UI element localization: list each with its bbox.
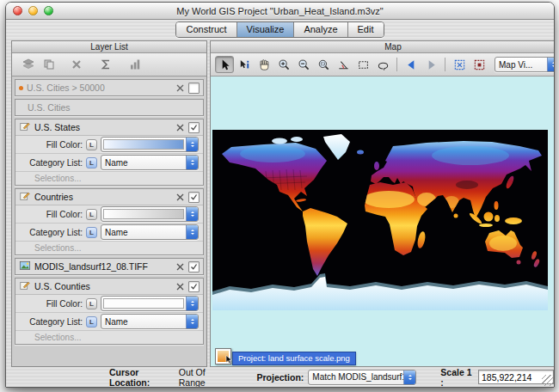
color-ramp-swatch <box>103 298 184 309</box>
back-button[interactable] <box>402 56 421 73</box>
tab-construct[interactable]: Construct <box>176 22 236 37</box>
fill-color-label: Fill Color: <box>22 140 83 150</box>
tab-edit[interactable]: Edit <box>348 22 384 37</box>
window-controls <box>13 6 53 15</box>
dropdown-stepper-icon <box>547 58 555 71</box>
drag-thumbnail[interactable] <box>215 348 231 364</box>
layer-us-cities-50000[interactable]: U.S. Cities > 50000 <box>15 79 204 96</box>
dropdown-stepper-icon <box>186 297 198 310</box>
legend-button[interactable]: L <box>86 227 97 238</box>
fill-color-label: Fill Color: <box>22 299 83 309</box>
layer-name: MODIS_landsurf12_08.TIFF <box>34 261 171 272</box>
layers-icon[interactable] <box>18 56 39 73</box>
mode-tab-bar: Construct Visualize Analyze Edit <box>6 20 554 39</box>
visibility-checkbox[interactable] <box>188 281 200 292</box>
measure-tool-icon[interactable] <box>334 56 353 73</box>
tab-analyze[interactable]: Analyze <box>294 22 347 37</box>
pan-hand-tool-icon[interactable] <box>255 56 273 73</box>
tab-visualize[interactable]: Visualize <box>237 22 295 37</box>
layer-us-states[interactable]: U.S. States Fill Color: L Category List:… <box>15 119 204 186</box>
resize-grip-icon[interactable] <box>542 375 553 386</box>
visibility-checkbox[interactable] <box>188 122 200 133</box>
layer-list-panel: Layer List U.S. Cities > 50000 <box>11 40 207 367</box>
close-layer-icon[interactable] <box>175 281 185 291</box>
polygon-edit-icon <box>19 190 31 204</box>
fill-color-label: Fill Color: <box>22 210 83 219</box>
selections-link[interactable]: Selections... <box>15 242 203 254</box>
fill-color-dropdown[interactable] <box>101 296 199 311</box>
close-layer-icon[interactable] <box>175 83 185 93</box>
zoom-window-button[interactable] <box>44 6 53 15</box>
legend-button[interactable]: L <box>86 316 97 328</box>
info-tool-icon[interactable] <box>235 56 254 73</box>
layer-name: U.S. Counties <box>34 281 171 291</box>
category-list-label: Category List: <box>22 317 83 327</box>
map-view-dropdown[interactable]: Map Vi... <box>494 57 555 72</box>
dropdown-stepper-icon <box>186 207 198 221</box>
fill-color-dropdown[interactable] <box>101 206 199 222</box>
drag-tooltip: Project: land surface scale.png <box>232 352 356 365</box>
cursor-location-label: Cursor Location: <box>109 367 175 388</box>
delete-layer-icon[interactable] <box>66 56 87 73</box>
color-ramp-swatch <box>103 139 184 150</box>
lasso-tool-icon[interactable] <box>373 56 392 73</box>
dropdown-stepper-icon <box>186 315 198 328</box>
histogram-icon[interactable] <box>125 56 145 73</box>
legend-button[interactable]: L <box>86 298 97 309</box>
layer-name: Countries <box>34 192 171 202</box>
zoom-area-tool-icon[interactable] <box>314 56 333 73</box>
color-ramp-swatch <box>103 209 184 219</box>
category-dropdown[interactable]: Name <box>101 155 199 170</box>
world-temperature-map[interactable] <box>212 130 548 310</box>
legend-button[interactable]: L <box>86 209 97 220</box>
statistics-sigma-icon[interactable] <box>95 56 116 73</box>
close-layer-icon[interactable] <box>175 122 185 132</box>
forward-button[interactable] <box>421 56 440 73</box>
fill-color-dropdown[interactable] <box>101 137 199 152</box>
status-bar: Cursor Location: Out Of Range Projection… <box>6 367 554 387</box>
zoom-extent-button[interactable] <box>450 56 469 73</box>
select-tool-icon[interactable] <box>215 56 234 73</box>
map-viewport[interactable]: Project: land surface scale.png <box>211 77 555 366</box>
layer-us-counties[interactable]: U.S. Counties Fill Color: L Category Lis… <box>15 278 204 345</box>
category-list-label: Category List: <box>22 228 83 237</box>
selections-link[interactable]: Selections... <box>15 331 203 344</box>
legend-button[interactable]: L <box>86 139 97 150</box>
map-panel-title: Map <box>211 41 555 53</box>
visibility-checkbox[interactable] <box>188 261 200 273</box>
polygon-edit-icon <box>19 120 31 134</box>
polygon-edit-icon <box>19 279 31 293</box>
title-bar[interactable]: My World GIS Project "Urban_Heat_Island.… <box>6 3 554 20</box>
projection-dropdown[interactable]: Match MODIS_landsurf12_08.T... <box>308 370 416 385</box>
cursor-location-value: Out Of Range <box>179 367 230 388</box>
category-dropdown[interactable]: Name <box>101 314 199 329</box>
projection-label: Projection: <box>256 372 304 383</box>
layer-toolbar <box>12 53 206 77</box>
zoom-selection-button[interactable] <box>470 56 488 73</box>
toolbar-separator <box>396 58 397 71</box>
visibility-checkbox[interactable] <box>188 192 200 203</box>
map-toolbar: Map Vi... <box>211 53 555 77</box>
minimize-window-button[interactable] <box>28 6 38 15</box>
duplicate-layer-icon[interactable] <box>39 56 59 73</box>
layer-modis-tiff[interactable]: MODIS_landsurf12_08.TIFF <box>15 258 204 275</box>
layer-name: U.S. Cities > 50000 <box>27 83 171 93</box>
select-rectangle-tool-icon[interactable] <box>353 56 372 73</box>
layer-countries[interactable]: Countries Fill Color: L Category List: L… <box>15 188 204 255</box>
legend-button[interactable]: L <box>86 157 97 168</box>
zoom-out-tool-icon[interactable] <box>294 56 313 73</box>
mode-tabs: Construct Visualize Analyze Edit <box>175 21 384 38</box>
toolbar-separator <box>445 58 445 71</box>
map-panel: Map Map Vi... <box>210 40 555 367</box>
layer-us-cities[interactable]: U.S. Cities <box>15 99 204 116</box>
close-layer-icon[interactable] <box>175 192 185 202</box>
category-dropdown[interactable]: Name <box>101 224 199 240</box>
close-window-button[interactable] <box>13 6 22 15</box>
selections-link[interactable]: Selections... <box>15 172 203 185</box>
close-layer-icon[interactable] <box>175 261 185 272</box>
layer-list-title: Layer List <box>12 41 206 53</box>
zoom-in-tool-icon[interactable] <box>274 56 293 73</box>
dropdown-stepper-icon <box>186 156 198 169</box>
dropdown-stepper-icon <box>403 371 415 384</box>
visibility-checkbox[interactable] <box>188 83 200 94</box>
